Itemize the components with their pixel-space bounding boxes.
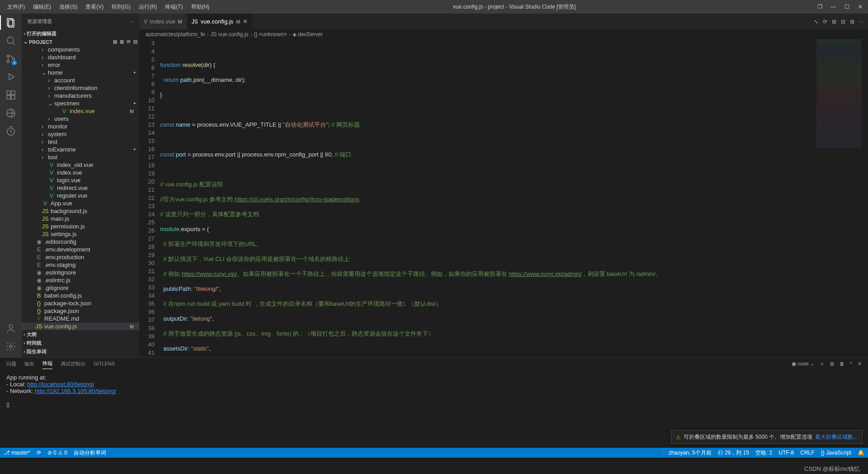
tab-action-icon[interactable]: ⤡ [814,19,818,25]
tree-item[interactable]: ›test [22,138,139,146]
editor-tab[interactable]: Vindex.vueM [139,14,187,29]
terminal-new-icon[interactable]: ＋ [820,360,825,369]
code-editor[interactable]: 3456789101112131415161718192021222324252… [139,39,868,357]
tree-item[interactable]: {}package.json [22,307,139,315]
search-icon[interactable] [5,35,16,46]
tree-item[interactable]: Vindex.vueM [22,107,139,115]
tab-more-icon[interactable]: ··· [859,19,863,25]
status-analyse[interactable]: 自动分析单词 [74,449,106,457]
tree-item[interactable]: ◉.gitignore [22,284,139,292]
status-eol[interactable]: CRLF [800,449,814,457]
tree-item[interactable]: ⌄specimen• [22,100,139,107]
terminal-select[interactable]: ▣ node ⌄ [792,361,814,369]
tree-item[interactable]: JSpermission.js [22,223,139,230]
menu-help[interactable]: 帮助(H) [188,1,213,13]
menu-select[interactable]: 选择(S) [56,1,81,13]
menu-file[interactable]: 文件(F) [4,1,28,13]
tree-item[interactable]: iREADME.md [22,315,139,322]
editor-tab[interactable]: JSvue.config.jsM✕ [187,14,253,29]
tree-item[interactable]: ◉.eslintrc.js [22,276,139,284]
refresh-icon[interactable]: ⟳ [127,39,131,45]
tree-item[interactable]: Vindex.vue [22,169,139,176]
status-position[interactable]: 行 29，列 15 [718,449,749,457]
notification-link[interactable]: 最大折叠区域数... [815,433,858,441]
tree-item[interactable]: E.env.staging [22,261,139,269]
outline-section[interactable]: › 大纲 [22,330,139,339]
tree-item[interactable]: VApp.vue [22,199,139,207]
status-bell-icon[interactable]: 🔔 [858,449,864,457]
terminal-maximize-icon[interactable]: ^ [850,361,852,368]
tab-close-icon[interactable]: ✕ [243,18,248,25]
unfamiliar-section[interactable]: › 陌生单词 [22,347,139,356]
source-control-icon[interactable]: 3 [5,53,16,64]
more-icon[interactable]: ··· [130,19,134,24]
panel-tab-debug[interactable]: 调试控制台 [61,360,85,369]
status-errors[interactable]: ⊘ 0 ⚠ 0 [47,450,67,456]
tree-item[interactable]: Vregister.vue [22,192,139,199]
tree-item[interactable]: E.env.production [22,253,139,261]
status-spaces[interactable]: 空格: 2 [755,449,772,457]
tree-item[interactable]: JSbackground.js [22,207,139,215]
menu-view[interactable]: 查看(V) [82,1,107,13]
notification-toast[interactable]: ⚠ 可折叠区域的数量限制为最多 5000 个。增加配置选项 最大折叠区域数... [671,430,863,444]
status-sync-icon[interactable]: ⟳ [37,450,41,456]
panel-tab-problems[interactable]: 问题 [6,360,16,369]
minimize-icon[interactable]: — [829,4,837,10]
timeline-section[interactable]: › 时间线 [22,339,139,347]
tree-item[interactable]: ›error [22,61,139,69]
tab-action-icon[interactable]: ⟳ [823,19,827,25]
panel-tab-terminal[interactable]: 终端 [42,360,52,369]
minimap[interactable] [816,39,862,357]
tree-item[interactable]: Vredirect.vue [22,184,139,192]
tree-item[interactable]: JSvue.config.jsM [22,322,139,330]
new-folder-icon[interactable]: ⊞ [120,39,124,45]
code-content[interactable]: function resolve(dir) { return path.join… [160,39,868,357]
tree-item[interactable]: JSmain.js [22,215,139,223]
tree-item[interactable]: ›toExamine• [22,146,139,153]
settings-gear-icon[interactable] [5,341,16,352]
status-language[interactable]: {} JavaScript [821,449,851,457]
collapse-icon[interactable]: ⊟ [133,39,137,45]
tree-item[interactable]: ›monitor [22,123,139,130]
panel-tab-output[interactable]: 输出 [24,360,34,369]
tree-item[interactable]: ⌄home• [22,69,139,76]
tree-item[interactable]: ›manufacturers [22,92,139,100]
status-encoding[interactable]: UTF-8 [778,449,794,457]
menu-run[interactable]: 运行(R) [135,1,161,13]
extensions-icon[interactable] [5,90,16,100]
run-debug-icon[interactable] [5,71,16,82]
status-blame[interactable]: 👤 zhaoyan, 5个月前 [660,449,712,457]
project-section[interactable]: ⌄PROJECT ⊞ ⊞ ⟳ ⊟ [22,38,139,46]
tree-item[interactable]: Bbabel.config.js [22,292,139,299]
explorer-icon[interactable] [5,17,16,28]
new-file-icon[interactable]: ⊞ [113,39,117,45]
terminal-trash-icon[interactable]: 🗑 [840,361,844,368]
terminal-close-icon[interactable]: ✕ [858,361,862,369]
open-editors-section[interactable]: › 打开的编辑器 [22,29,139,38]
tree-item[interactable]: ›account [22,76,139,84]
menu-edit[interactable]: 编辑(E) [29,1,55,13]
timer-icon[interactable] [5,126,16,137]
tree-item[interactable]: ›components [22,46,139,53]
panel-tab-gitlens[interactable]: GITLENS [94,361,115,368]
account-icon[interactable] [5,323,16,334]
tree-item[interactable]: ◉.editorconfig [22,238,139,246]
tab-action-icon[interactable]: ⊟ [841,19,845,25]
maximize-icon[interactable]: ☐ [843,4,851,10]
terminal-split-icon[interactable]: ⊞ [830,361,834,369]
tab-action-icon[interactable]: ⊞ [850,19,854,25]
tree-item[interactable]: JSsettings.js [22,230,139,238]
tree-item[interactable]: ›dashboard [22,53,139,61]
status-branch[interactable]: ⎇ master* [4,450,30,456]
remote-icon[interactable] [5,108,16,118]
tree-item[interactable]: ›system [22,130,139,138]
close-icon[interactable]: ✕ [856,4,864,10]
tab-action-icon[interactable]: ⊞ [832,19,836,25]
tree-item[interactable]: ›tool [22,153,139,161]
tree-item[interactable]: ›clientInformation [22,84,139,92]
tree-item[interactable]: ›users [22,115,139,123]
layout-icon[interactable]: ❐ [816,4,824,10]
menu-terminal[interactable]: 终端(T) [161,1,186,13]
tree-item[interactable]: ◉.eslintignore [22,269,139,276]
tree-item[interactable]: Vindex_old.vue [22,161,139,169]
